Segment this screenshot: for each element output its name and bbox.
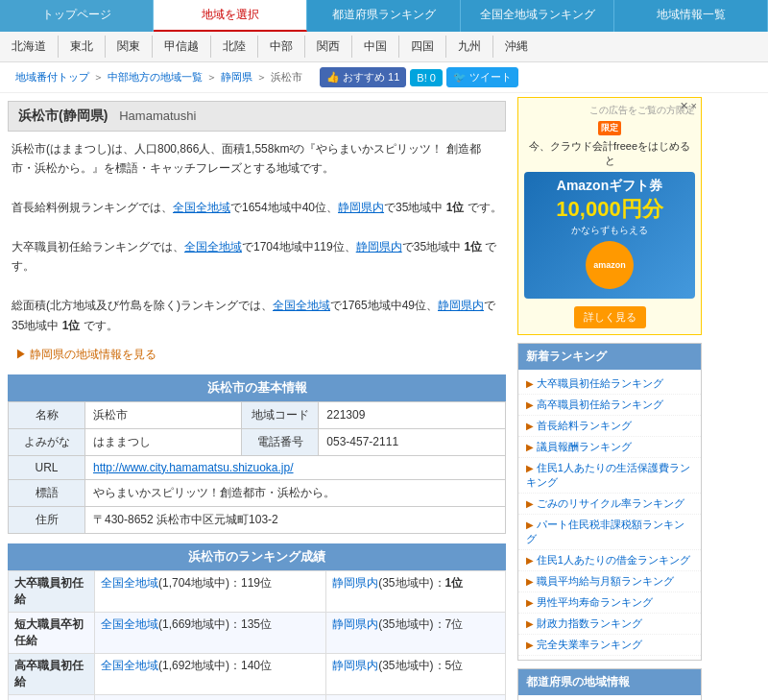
value-address: 〒430-8652 浜松市中区元城町103-2 [85, 506, 506, 533]
table-row: 標語 やらまいかスピリッツ！創造都市・浜松から。 [9, 479, 506, 506]
nav-all-ranking[interactable]: 全国全地域ランキング [461, 0, 614, 32]
b-share-button[interactable]: B! 0 [410, 69, 443, 86]
nav-region-list[interactable]: 地域情報一覧 [614, 0, 768, 32]
breadcrumb-top[interactable]: 地域番付トップ [15, 70, 89, 84]
link-shizuoka-1[interactable]: 静岡県内 [338, 201, 384, 214]
ad-label: この広告をご覧の方限定 [524, 104, 695, 117]
new-ranking-section: 新着ランキング 大卒職員初任給ランキング 高卒職員初任給ランキング 首長給料ラン… [517, 343, 702, 661]
rank-pref: 静岡県内(35地域中)：7位 [326, 612, 506, 653]
city-reading: Hamamatushi [119, 109, 196, 123]
region-kanto[interactable]: 関東 [106, 36, 153, 58]
value-yomi: はままつし [85, 428, 242, 455]
link-national-3[interactable]: 全国全地域 [273, 299, 330, 312]
nav-pref-ranking[interactable]: 都道府県ランキング [307, 0, 461, 32]
list-item: 住民1人あたりの生活保護費ランキング [518, 458, 701, 494]
label-tel: 電話番号 [242, 428, 319, 455]
city-description: 浜松市(はままつし)は、人口800,866人、面積1,558km²の『やらまいか… [8, 139, 506, 335]
ranking-link-2[interactable]: 高卒職員初任給ランキング [537, 398, 663, 410]
label-address: 住所 [9, 506, 85, 533]
region-kyushu[interactable]: 九州 [446, 36, 493, 58]
ranking-link-1[interactable]: 大卒職員初任給ランキング [537, 377, 663, 389]
ranking-link-3[interactable]: 首長給料ランキング [537, 420, 632, 431]
ranking-title: 浜松市のランキング成績 [8, 543, 506, 570]
value-tel: 053-457-2111 [319, 428, 506, 455]
city-url-link[interactable]: http://www.city.hamamatsu.shizuoka.jp/ [93, 461, 294, 474]
link-national-1[interactable]: 全国全地域 [173, 201, 230, 214]
ranking-link-4[interactable]: 議員報酬ランキング [537, 441, 632, 452]
pref-grid: 北海道 石川県 岡山県 青森県 福井県 広島県 岩手県 山梨県 山口県 宮城県 … [518, 695, 701, 700]
desc-p2: 首長給料例規ランキングでは、全国全地域で1654地域中40位、静岡県内で35地域… [12, 198, 502, 217]
rank-national: 全国全地域(1,692地域中)：140位 [95, 653, 326, 694]
list-item: 大卒職員初任給ランキング [518, 374, 701, 395]
list-item: 議員報酬ランキング [518, 437, 701, 458]
main-layout: 浜松市(静岡県) Hamamatushi 浜松市(はままつし)は、人口800,8… [0, 93, 768, 700]
facebook-share-button[interactable]: 👍 おすすめ 11 [320, 67, 406, 87]
region-kansai[interactable]: 関西 [305, 36, 352, 58]
value-name: 浜松市 [85, 401, 242, 428]
region-okinawa[interactable]: 沖縄 [493, 36, 540, 58]
breadcrumb-shizuoka[interactable]: 静岡県 [221, 70, 252, 84]
list-item: 財政力指数ランキング [518, 614, 701, 635]
table-row: 首長給料 全国全地域(1,750地域中)：10位 静岡県内(35地域中)：1位 [9, 694, 506, 700]
region-hokkaido[interactable]: 北海道 [0, 36, 59, 58]
nav-top[interactable]: トップページ [0, 0, 154, 32]
label-url: URL [9, 455, 85, 479]
ranking-section: 浜松市のランキング成績 大卒職員初任給 全国全地域(1,704地域中)：119位… [8, 543, 506, 700]
region-hokuriku[interactable]: 北陸 [211, 36, 258, 58]
ad-detail-button[interactable]: 詳しく見る [574, 306, 646, 328]
breadcrumb-current: 浜松市 [271, 70, 302, 84]
ad-close-button[interactable]: ✕ × [680, 100, 697, 112]
table-row: URL http://www.city.hamamatsu.shizuoka.j… [9, 455, 506, 479]
list-item: 男性平均寿命ランキング [518, 592, 701, 614]
region-tohoku[interactable]: 東北 [59, 36, 106, 58]
link-shizuoka-3[interactable]: 静岡県内 [438, 299, 484, 312]
rank-label: 首長給料 [9, 694, 95, 700]
label-name: 名称 [9, 401, 85, 428]
new-ranking-title: 新着ランキング [518, 344, 701, 370]
ranking-link-9[interactable]: 職員平均給与月額ランキング [537, 575, 674, 587]
ranking-link-12[interactable]: 完全失業率ランキング [537, 639, 642, 650]
basic-info-table: 名称 浜松市 地域コード 221309 よみがな はままつし 電話番号 053-… [8, 401, 506, 534]
list-item: パート住民税非課税額ランキング [518, 515, 701, 550]
breadcrumb-chubu[interactable]: 中部地方の地域一覧 [108, 70, 203, 84]
breadcrumb-row: 地域番付トップ ＞ 中部地方の地域一覧 ＞ 静岡県 ＞ 浜松市 👍 おすすめ 1… [0, 62, 768, 93]
table-row: 大卒職員初任給 全国全地域(1,704地域中)：119位 静岡県内(35地域中)… [9, 570, 506, 612]
ad-campaign-text: 今、クラウド会計freeeをはじめると [524, 139, 695, 168]
region-chugoku[interactable]: 中国 [352, 36, 399, 58]
link-national-2[interactable]: 全国全地域 [184, 240, 242, 253]
ranking-link-10[interactable]: 男性平均寿命ランキング [537, 596, 653, 608]
list-item: 職員平均給与月額ランキング [518, 571, 701, 592]
rank-national: 全国全地域(1,750地域中)：10位 [95, 694, 326, 700]
rank-national: 全国全地域(1,704地域中)：119位 [95, 570, 326, 612]
value-code: 221309 [319, 401, 506, 428]
region-koshinetsu[interactable]: 甲信越 [153, 36, 211, 58]
ranking-table: 大卒職員初任給 全国全地域(1,704地域中)：119位 静岡県内(35地域中)… [8, 570, 506, 700]
basic-info-section: 浜松市の基本情報 名称 浜松市 地域コード 221309 よみがな はままつし … [8, 374, 506, 534]
shizuoka-region-link[interactable]: 静岡県の地域情報を見る [30, 348, 156, 361]
ranking-link-7[interactable]: パート住民税非課税額ランキング [526, 519, 684, 544]
desc-p4: 総面積(北方地域及び竹島を除く)ランキングでは、全国全地域で1765地域中49位… [12, 296, 502, 335]
ad-campaign-badge: 限定 [524, 121, 695, 135]
ranking-link-6[interactable]: ごみのリサイクル率ランキング [537, 497, 684, 509]
new-ranking-list: 大卒職員初任給ランキング 高卒職員初任給ランキング 首長給料ランキング 議員報酬… [518, 370, 701, 660]
ad-box: ✕ × この広告をご覧の方限定 限定 今、クラウド会計freeeをはじめると A… [517, 97, 702, 335]
rank-label: 大卒職員初任給 [9, 570, 95, 612]
list-item: 高卒職員初任給ランキング [518, 395, 701, 416]
value-slogan: やらまいかスピリッツ！創造都市・浜松から。 [85, 479, 506, 506]
ranking-link-5[interactable]: 住民1人あたりの生活保護費ランキング [526, 462, 690, 488]
list-item: 完全失業率ランキング [518, 635, 701, 656]
twitter-share-button[interactable]: 🐦 ツイート [446, 67, 518, 87]
share-buttons: 👍 おすすめ 11 B! 0 🐦 ツイート [320, 67, 518, 87]
nav-select-region[interactable]: 地域を選択 [154, 0, 307, 32]
region-shikoku[interactable]: 四国 [399, 36, 446, 58]
ranking-link-8[interactable]: 住民1人あたりの借金ランキング [537, 554, 690, 566]
ad-prize-label: Amazonギフト券 [530, 178, 689, 195]
region-chubu[interactable]: 中部 [258, 36, 305, 58]
label-yomi: よみがな [9, 428, 85, 455]
desc-p1: 浜松市(はままつし)は、人口800,866人、面積1,558km²の『やらまいか… [12, 139, 502, 179]
link-shizuoka-2[interactable]: 静岡県内 [356, 240, 402, 253]
left-content: 浜松市(静岡県) Hamamatushi 浜松市(はままつし)は、人口800,8… [0, 93, 514, 700]
pref-info-section: 都道府県の地域情報 北海道 石川県 岡山県 青森県 福井県 広島県 岩手県 山梨… [517, 668, 702, 700]
rank-pref: 静岡県内(35地域中)：5位 [326, 653, 506, 694]
ranking-link-11[interactable]: 財政力指数ランキング [537, 617, 642, 629]
